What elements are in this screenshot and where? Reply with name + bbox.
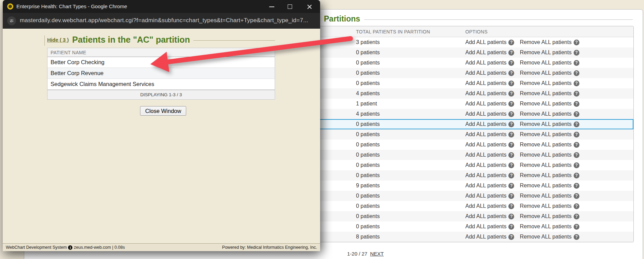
help-icon[interactable]: ? bbox=[508, 70, 514, 76]
patient-row[interactable]: Better Corp Revenue bbox=[47, 68, 275, 79]
remove-all-patients-link[interactable]: Remove ALL patients bbox=[520, 90, 572, 97]
add-all-patients-link[interactable]: Add ALL patients bbox=[465, 152, 506, 158]
help-icon[interactable]: ? bbox=[574, 91, 579, 97]
help-icon[interactable]: ? bbox=[508, 234, 514, 240]
add-all-patients-link[interactable]: Add ALL patients bbox=[465, 80, 506, 86]
hide-link[interactable]: Hide ( 3 ) bbox=[47, 37, 69, 43]
remove-all-patients-link[interactable]: Remove ALL patients bbox=[520, 142, 572, 148]
help-icon[interactable]: ? bbox=[508, 91, 514, 97]
partition-total-cell: 0 patients bbox=[356, 142, 465, 148]
add-all-patients-link[interactable]: Add ALL patients bbox=[465, 101, 506, 107]
help-icon[interactable]: ? bbox=[574, 162, 579, 168]
address-url[interactable]: masterdaily.dev.webchart.app/webchart.cg… bbox=[20, 17, 308, 24]
add-all-patients-link[interactable]: Add ALL patients bbox=[465, 60, 506, 66]
add-all-patients-link[interactable]: Add ALL patients bbox=[465, 183, 506, 189]
help-icon[interactable]: ? bbox=[574, 183, 579, 189]
partition-options-cell: Add ALL patients ? Remove ALL patients ? bbox=[465, 152, 633, 158]
remove-all-patients-link[interactable]: Remove ALL patients bbox=[520, 39, 572, 45]
minimize-icon[interactable] bbox=[269, 6, 274, 7]
add-all-patients-link[interactable]: Add ALL patients bbox=[465, 213, 506, 219]
remove-all-patients-link[interactable]: Remove ALL patients bbox=[520, 49, 572, 56]
remove-all-patients-link[interactable]: Remove ALL patients bbox=[520, 172, 572, 178]
add-all-patients-link[interactable]: Add ALL patients bbox=[465, 203, 506, 209]
add-all-patients-link[interactable]: Add ALL patients bbox=[465, 234, 506, 240]
help-icon[interactable]: ? bbox=[574, 132, 579, 138]
help-icon[interactable]: ? bbox=[508, 40, 514, 45]
help-icon[interactable]: ? bbox=[508, 101, 514, 107]
help-icon[interactable]: ? bbox=[508, 162, 514, 168]
help-icon[interactable]: ? bbox=[508, 132, 514, 138]
remove-all-patients-link[interactable]: Remove ALL patients bbox=[520, 60, 572, 66]
add-all-patients-link[interactable]: Add ALL patients bbox=[465, 142, 506, 148]
add-all-patients-link[interactable]: Add ALL patients bbox=[465, 224, 506, 230]
help-icon[interactable]: ? bbox=[574, 142, 579, 148]
partition-options-cell: Add ALL patients ? Remove ALL patients ? bbox=[465, 39, 633, 45]
help-icon[interactable]: ? bbox=[574, 111, 579, 117]
help-icon[interactable]: ? bbox=[574, 152, 579, 158]
remove-all-patients-link[interactable]: Remove ALL patients bbox=[520, 131, 572, 138]
help-icon[interactable]: ? bbox=[508, 173, 514, 178]
maximize-icon[interactable] bbox=[288, 4, 292, 9]
close-window-button[interactable]: Close Window bbox=[140, 106, 186, 116]
info-icon[interactable]: i bbox=[68, 245, 72, 250]
add-all-patients-link[interactable]: Add ALL patients bbox=[465, 39, 506, 45]
help-icon[interactable]: ? bbox=[574, 203, 579, 209]
help-icon[interactable]: ? bbox=[574, 224, 579, 230]
help-icon[interactable]: ? bbox=[574, 70, 579, 76]
add-all-patients-link[interactable]: Add ALL patients bbox=[465, 172, 506, 178]
help-icon[interactable]: ? bbox=[574, 234, 579, 240]
partition-options-cell: Add ALL patients ? Remove ALL patients ? bbox=[465, 234, 633, 240]
partition-total-cell: 0 patients bbox=[356, 121, 465, 127]
help-icon[interactable]: ? bbox=[508, 214, 514, 219]
add-all-patients-link[interactable]: Add ALL patients bbox=[465, 111, 506, 117]
pagination-next-link[interactable]: NEXT bbox=[370, 251, 384, 257]
help-icon[interactable]: ? bbox=[574, 101, 579, 107]
remove-all-patients-link[interactable]: Remove ALL patients bbox=[520, 234, 572, 240]
remove-all-patients-link[interactable]: Remove ALL patients bbox=[520, 193, 572, 199]
popup-urlbar[interactable]: masterdaily.dev.webchart.app/webchart.cg… bbox=[3, 13, 320, 29]
help-icon[interactable]: ? bbox=[508, 183, 514, 189]
remove-all-patients-link[interactable]: Remove ALL patients bbox=[520, 224, 572, 230]
help-icon[interactable]: ? bbox=[508, 203, 514, 209]
help-icon[interactable]: ? bbox=[574, 173, 579, 178]
help-icon[interactable]: ? bbox=[574, 81, 579, 86]
help-icon[interactable]: ? bbox=[574, 50, 579, 56]
help-icon[interactable]: ? bbox=[508, 111, 514, 117]
close-icon[interactable] bbox=[307, 4, 312, 10]
help-icon[interactable]: ? bbox=[574, 214, 579, 219]
remove-all-patients-link[interactable]: Remove ALL patients bbox=[520, 152, 572, 158]
help-icon[interactable]: ? bbox=[574, 193, 579, 199]
remove-all-patients-link[interactable]: Remove ALL patients bbox=[520, 203, 572, 209]
remove-all-patients-link[interactable]: Remove ALL patients bbox=[520, 213, 572, 219]
remove-all-patients-link[interactable]: Remove ALL patients bbox=[520, 80, 572, 86]
add-all-patients-link[interactable]: Add ALL patients bbox=[465, 121, 506, 127]
remove-all-patients-link[interactable]: Remove ALL patients bbox=[520, 111, 572, 117]
add-all-patients-link[interactable]: Add ALL patients bbox=[465, 131, 506, 138]
partition-options-cell: Add ALL patients ? Remove ALL patients ? bbox=[465, 224, 633, 230]
help-icon[interactable]: ? bbox=[508, 121, 514, 127]
help-icon[interactable]: ? bbox=[508, 50, 514, 56]
remove-all-patients-link[interactable]: Remove ALL patients bbox=[520, 101, 572, 107]
patient-row[interactable]: Better Corp Checking bbox=[47, 57, 275, 68]
help-icon[interactable]: ? bbox=[508, 193, 514, 199]
remove-all-patients-link[interactable]: Remove ALL patients bbox=[520, 162, 572, 168]
add-all-patients-link[interactable]: Add ALL patients bbox=[465, 162, 506, 168]
help-icon[interactable]: ? bbox=[574, 121, 579, 127]
remove-all-patients-link[interactable]: Remove ALL patients bbox=[520, 70, 572, 76]
add-all-patients-link[interactable]: Add ALL patients bbox=[465, 49, 506, 56]
add-all-patients-link[interactable]: Add ALL patients bbox=[465, 193, 506, 199]
enterprise-health-logo-icon bbox=[7, 3, 13, 10]
add-all-patients-link[interactable]: Add ALL patients bbox=[465, 90, 506, 97]
help-icon[interactable]: ? bbox=[574, 60, 579, 66]
help-icon[interactable]: ? bbox=[508, 152, 514, 158]
site-permissions-icon[interactable] bbox=[7, 16, 16, 25]
help-icon[interactable]: ? bbox=[508, 142, 514, 148]
add-all-patients-link[interactable]: Add ALL patients bbox=[465, 70, 506, 76]
help-icon[interactable]: ? bbox=[574, 40, 579, 45]
remove-all-patients-link[interactable]: Remove ALL patients bbox=[520, 183, 572, 189]
help-icon[interactable]: ? bbox=[508, 224, 514, 230]
remove-all-patients-link[interactable]: Remove ALL patients bbox=[520, 121, 572, 127]
patient-row[interactable]: Sedgewick Claims Management Services bbox=[47, 79, 275, 90]
help-icon[interactable]: ? bbox=[508, 81, 514, 86]
help-icon[interactable]: ? bbox=[508, 60, 514, 66]
